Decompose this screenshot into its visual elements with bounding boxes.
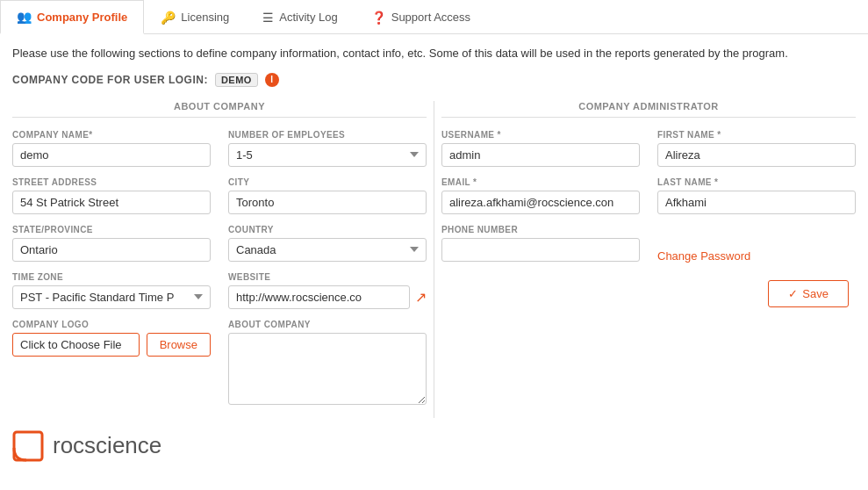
save-button-row: ✓ Save — [441, 273, 856, 307]
licensing-icon: 🔑 — [161, 11, 176, 25]
number-of-employees-label: NUMBER OF EMPLOYEES — [228, 130, 427, 140]
tabs-bar: 👥 Company Profile 🔑 Licensing ☰ Activity… — [0, 0, 868, 34]
company-name-input[interactable] — [12, 143, 211, 167]
logo-area: rocscience — [12, 418, 856, 462]
save-checkmark-icon: ✓ — [788, 287, 798, 300]
company-administrator-title: COMPANY ADMINISTRATOR — [441, 101, 856, 118]
save-label: Save — [802, 287, 829, 300]
email-input[interactable] — [441, 191, 640, 214]
username-label: USERNAME * — [441, 130, 640, 140]
file-click-area[interactable]: Click to Choose File — [12, 333, 140, 357]
time-zone-select[interactable]: PST - Pacific Standard Time P MST - Moun… — [12, 285, 211, 309]
company-profile-icon: 👥 — [17, 10, 32, 24]
street-address-label: STREET ADDRESS — [12, 177, 211, 187]
number-of-employees-select[interactable]: 1-5 6-10 11-50 51-200 201+ — [228, 143, 427, 167]
number-of-employees-field: NUMBER OF EMPLOYEES 1-5 6-10 11-50 51-20… — [228, 130, 427, 167]
tab-support-access[interactable]: ❓ Support Access — [355, 0, 487, 33]
info-icon[interactable]: i — [265, 73, 279, 87]
website-field: WEBSITE ↗ — [228, 272, 427, 309]
about-company-subsections: COMPANY NAME* STREET ADDRESS STATE/PROVI… — [12, 130, 427, 418]
username-field: USERNAME * — [441, 130, 640, 167]
right-sub-section: NUMBER OF EMPLOYEES 1-5 6-10 11-50 51-20… — [228, 130, 427, 418]
last-name-field: LAST NAME * — [657, 177, 856, 214]
about-company-textarea-field: ABOUT COMPANY — [228, 320, 427, 407]
company-name-field: COMPANY NAME* — [12, 130, 211, 167]
admin-fields-grid: USERNAME * FIRST NAME * EMAIL * LAST NAM… — [441, 130, 856, 273]
state-province-input[interactable] — [12, 238, 211, 262]
support-access-icon: ❓ — [371, 11, 386, 25]
email-field: EMAIL * — [441, 177, 640, 214]
about-company-textarea[interactable] — [228, 333, 427, 405]
phone-number-input[interactable] — [441, 238, 640, 262]
save-button[interactable]: ✓ Save — [768, 280, 849, 307]
left-sub-section: COMPANY NAME* STREET ADDRESS STATE/PROVI… — [12, 130, 211, 418]
about-company-textarea-label: ABOUT COMPANY — [228, 320, 427, 329]
logo-icon — [12, 430, 44, 462]
change-password-container: Change Password — [657, 225, 856, 263]
website-input[interactable] — [228, 285, 410, 309]
first-name-field: FIRST NAME * — [657, 130, 856, 167]
street-address-field: STREET ADDRESS — [12, 177, 211, 214]
email-label: EMAIL * — [441, 177, 640, 187]
tab-support-access-label: Support Access — [391, 11, 470, 24]
file-click-label: Click to Choose File — [20, 338, 122, 351]
file-input-row: Click to Choose File Browse — [12, 333, 211, 357]
tab-company-profile[interactable]: 👥 Company Profile — [0, 0, 144, 34]
main-content: Please use the following sections to def… — [0, 34, 868, 472]
first-name-input[interactable] — [657, 143, 856, 167]
tab-activity-log-label: Activity Log — [279, 11, 337, 24]
company-administrator-section: COMPANY ADMINISTRATOR USERNAME * FIRST N… — [434, 101, 856, 418]
last-name-input[interactable] — [657, 191, 856, 214]
city-field: CITY — [228, 177, 427, 214]
tab-licensing-label: Licensing — [181, 11, 229, 24]
company-code-row: COMPANY CODE FOR USER LOGIN: DEMO i — [12, 73, 856, 87]
company-logo-field: COMPANY LOGO Click to Choose File Browse — [12, 320, 211, 357]
activity-log-icon: ☰ — [262, 11, 274, 25]
description-text: Please use the following sections to def… — [12, 45, 856, 62]
about-company-section: ABOUT COMPANY COMPANY NAME* STREET ADDRE… — [12, 101, 434, 418]
svg-rect-0 — [14, 432, 42, 460]
first-name-label: FIRST NAME * — [657, 130, 856, 140]
phone-number-field: PHONE NUMBER — [441, 225, 640, 263]
company-code-badge: DEMO — [215, 73, 258, 87]
last-name-label: LAST NAME * — [657, 177, 856, 187]
change-password-link[interactable]: Change Password — [657, 225, 856, 263]
website-label: WEBSITE — [228, 272, 427, 282]
sections-row: ABOUT COMPANY COMPANY NAME* STREET ADDRE… — [12, 101, 856, 418]
company-code-label: COMPANY CODE FOR USER LOGIN: — [12, 74, 208, 86]
city-input[interactable] — [228, 191, 427, 214]
city-label: CITY — [228, 177, 427, 187]
country-field: COUNTRY Canada United States Other — [228, 225, 427, 262]
street-address-input[interactable] — [12, 191, 211, 214]
phone-number-label: PHONE NUMBER — [441, 225, 640, 234]
company-name-label: COMPANY NAME* — [12, 130, 211, 140]
state-province-field: STATE/PROVINCE — [12, 225, 211, 262]
country-label: COUNTRY — [228, 225, 427, 234]
country-select[interactable]: Canada United States Other — [228, 238, 427, 262]
tab-licensing[interactable]: 🔑 Licensing — [144, 0, 246, 33]
tab-company-profile-label: Company Profile — [37, 11, 127, 24]
time-zone-label: TIME ZONE — [12, 272, 211, 282]
browse-button[interactable]: Browse — [147, 333, 211, 357]
state-province-label: STATE/PROVINCE — [12, 225, 211, 234]
website-row: ↗ — [228, 285, 427, 309]
about-company-title: ABOUT COMPANY — [12, 101, 427, 118]
time-zone-field: TIME ZONE PST - Pacific Standard Time P … — [12, 272, 211, 309]
username-input[interactable] — [441, 143, 640, 167]
tab-activity-log[interactable]: ☰ Activity Log — [246, 0, 354, 33]
logo-text: rocscience — [53, 432, 161, 459]
company-logo-label: COMPANY LOGO — [12, 320, 211, 329]
external-link-icon[interactable]: ↗ — [415, 289, 427, 306]
